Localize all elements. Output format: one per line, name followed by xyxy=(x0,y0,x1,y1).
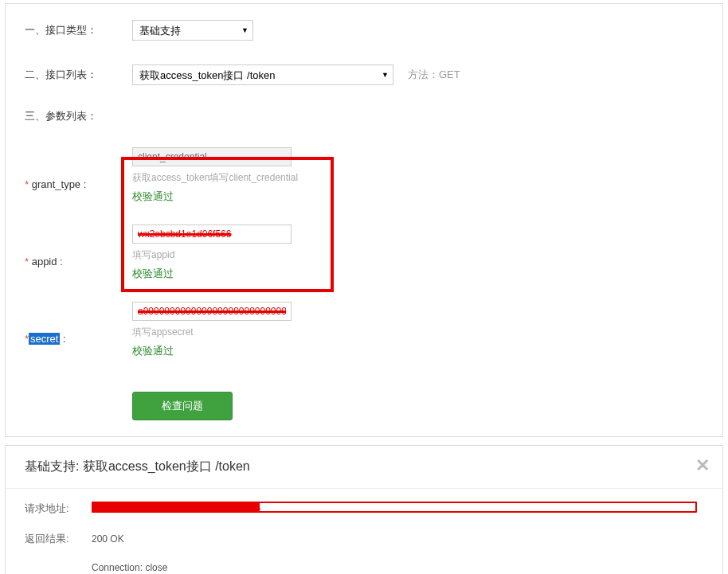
hint-appid: 填写appid xyxy=(132,248,292,262)
status-grant-type: 校验通过 xyxy=(132,189,298,204)
label-appid: appid : xyxy=(25,256,132,267)
label-params: 三、参数列表： xyxy=(25,109,132,123)
label-secret: *secret : xyxy=(25,333,132,345)
select-api-list[interactable]: 获取access_token接口 /token xyxy=(132,64,393,85)
close-icon[interactable]: ✕ xyxy=(695,457,710,474)
param-appid: 填写appid 校验通过 xyxy=(132,225,292,281)
row-request-url: 请求地址: https://api.weixin.qq.com/cgi-bin/… xyxy=(25,502,703,516)
row-api-type: 一、接口类型： 基础支持 xyxy=(25,20,703,41)
result-panel: ✕ 基础支持: 获取access_token接口 /token 请求地址: ht… xyxy=(5,445,723,574)
response-body: 200 OK Connection: close Date: Wed, 08 F… xyxy=(92,532,728,574)
method-hint: 方法：GET xyxy=(408,68,460,82)
label-api-list: 二、接口列表： xyxy=(25,68,132,82)
row-params-header: 三、参数列表： xyxy=(25,109,703,123)
input-secret[interactable] xyxy=(132,302,292,321)
param-grant-type: 获取access_token填写client_credential 校验通过 xyxy=(132,147,298,204)
label-request-url: 请求地址: xyxy=(25,502,92,516)
param-secret: 填写appsecret 校验通过 xyxy=(132,302,292,358)
input-appid[interactable] xyxy=(132,225,292,244)
hint-grant-type: 获取access_token填写client_credential xyxy=(132,171,298,185)
status-appid: 校验通过 xyxy=(132,267,292,281)
result-title: 基础支持: 获取access_token接口 /token xyxy=(25,459,703,475)
label-api-type: 一、接口类型： xyxy=(25,23,132,37)
status-secret: 校验通过 xyxy=(132,344,292,358)
row-api-list: 二、接口列表： 获取access_token接口 /token 方法：GET xyxy=(25,64,703,85)
row-submit: 检查问题 xyxy=(25,392,703,420)
input-grant-type[interactable] xyxy=(132,147,292,166)
param-grant-type-row: grant_type : 获取access_token填写client_cred… xyxy=(25,147,703,221)
param-secret-row: *secret : 填写appsecret 校验通过 xyxy=(25,302,703,376)
select-api-list-wrap: 获取access_token接口 /token xyxy=(132,64,393,85)
response-status: 200 OK xyxy=(92,532,728,546)
hint-secret: 填写appsecret xyxy=(132,326,292,339)
divider xyxy=(6,488,722,489)
label-response: 返回结果: xyxy=(25,532,92,546)
row-response: 返回结果: 200 OK Connection: close Date: Wed… xyxy=(25,532,703,574)
header-connection: Connection: close xyxy=(92,560,728,574)
select-api-type[interactable]: 基础支持 xyxy=(132,20,253,41)
api-form-panel: 一、接口类型： 基础支持 二、接口列表： 获取access_token接口 /t… xyxy=(5,3,723,437)
select-api-type-wrap: 基础支持 xyxy=(132,20,253,41)
request-url: https://api.weixin.qq.com/cgi-bin/token?… xyxy=(92,502,697,513)
check-button[interactable]: 检查问题 xyxy=(132,392,233,420)
label-grant-type: grant_type : xyxy=(25,178,132,190)
param-appid-row: appid : 填写appid 校验通过 xyxy=(25,225,703,299)
label-secret-text: secret xyxy=(29,333,60,345)
